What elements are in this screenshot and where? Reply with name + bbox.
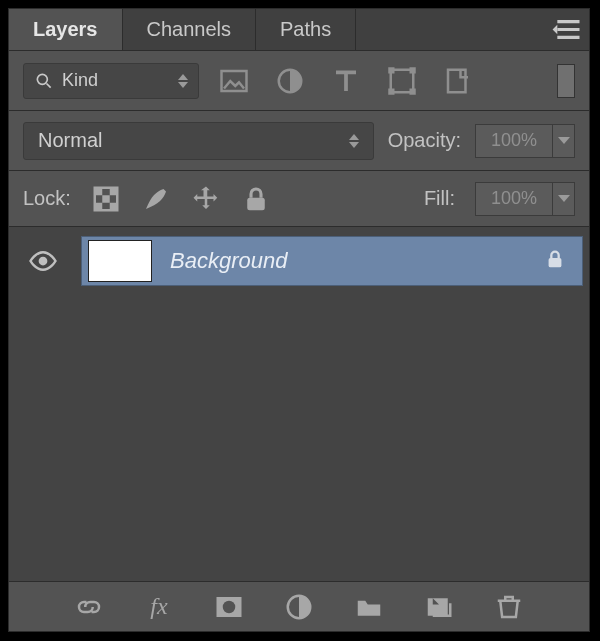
- layers-bottom-toolbar: fx: [9, 581, 589, 631]
- layer-style-button[interactable]: fx: [144, 592, 174, 622]
- color-label-filter[interactable]: [557, 64, 575, 98]
- svg-rect-15: [247, 197, 265, 210]
- svg-rect-13: [95, 202, 103, 210]
- svg-rect-12: [102, 195, 110, 203]
- fill-slider-toggle[interactable]: [553, 182, 575, 216]
- svg-rect-7: [410, 88, 416, 94]
- svg-rect-8: [448, 69, 466, 92]
- lock-position-icon[interactable]: [191, 184, 221, 214]
- trash-icon: [494, 592, 524, 622]
- lock-all-icon[interactable]: [241, 184, 271, 214]
- layer-thumbnail[interactable]: [88, 240, 152, 282]
- blend-mode-value: Normal: [38, 129, 102, 152]
- svg-rect-21: [428, 598, 448, 616]
- smart-filter-icon[interactable]: [443, 66, 473, 96]
- filter-kind-label: Kind: [62, 70, 98, 91]
- layers-panel: Layers Channels Paths Kind: [8, 8, 590, 632]
- fill-input[interactable]: 100%: [475, 182, 553, 216]
- panel-menu-button[interactable]: [551, 9, 589, 50]
- tab-label: Paths: [280, 18, 331, 41]
- dropdown-caret-icon: [178, 74, 188, 88]
- filter-kind-dropdown[interactable]: Kind: [23, 63, 199, 99]
- fx-icon: fx: [150, 593, 167, 620]
- filter-type-icons: [219, 66, 473, 96]
- new-layer-button[interactable]: [424, 592, 454, 622]
- lock-icon: [544, 248, 566, 270]
- add-adjustment-button[interactable]: [284, 592, 314, 622]
- svg-point-0: [37, 74, 47, 84]
- svg-rect-5: [410, 67, 416, 73]
- tab-layers[interactable]: Layers: [9, 9, 123, 50]
- link-layers-button[interactable]: [74, 592, 104, 622]
- adjustment-filter-icon[interactable]: [275, 66, 305, 96]
- dropdown-caret-icon: [349, 134, 359, 148]
- svg-point-19: [223, 600, 236, 613]
- lock-transparency-icon[interactable]: [91, 184, 121, 214]
- panel-tabbar: Layers Channels Paths: [9, 9, 589, 51]
- new-layer-icon: [424, 592, 454, 622]
- tab-paths[interactable]: Paths: [256, 9, 356, 50]
- svg-rect-14: [110, 202, 118, 210]
- blend-row: Normal Opacity: 100%: [9, 111, 589, 171]
- type-filter-icon[interactable]: [331, 66, 361, 96]
- layer-name[interactable]: Background: [170, 248, 526, 274]
- layers-list[interactable]: Background: [9, 227, 589, 581]
- group-icon: [354, 592, 384, 622]
- new-group-button[interactable]: [354, 592, 384, 622]
- tab-spacer: [356, 9, 551, 50]
- svg-rect-6: [388, 88, 394, 94]
- lock-row: Lock: Fill: 100%: [9, 171, 589, 227]
- lock-pixels-icon[interactable]: [141, 184, 171, 214]
- mask-icon: [214, 592, 244, 622]
- opacity-input[interactable]: 100%: [475, 124, 553, 158]
- shape-filter-icon[interactable]: [387, 66, 417, 96]
- opacity-value: 100%: [491, 130, 537, 151]
- fill-label: Fill:: [424, 187, 455, 210]
- chevron-down-icon: [558, 137, 570, 144]
- panel-menu-icon: [551, 9, 589, 50]
- svg-rect-17: [549, 258, 562, 267]
- blend-mode-dropdown[interactable]: Normal: [23, 122, 374, 160]
- chevron-down-icon: [558, 195, 570, 202]
- adjustment-icon: [284, 592, 314, 622]
- layer-row[interactable]: Background: [9, 233, 589, 289]
- tab-label: Channels: [147, 18, 232, 41]
- layer-body[interactable]: Background: [81, 236, 583, 286]
- svg-point-16: [39, 257, 48, 266]
- add-mask-button[interactable]: [214, 592, 244, 622]
- eye-icon: [28, 246, 58, 276]
- lock-label: Lock:: [23, 187, 71, 210]
- layer-lock-indicator[interactable]: [544, 248, 566, 274]
- tab-label: Layers: [33, 18, 98, 41]
- svg-rect-10: [95, 187, 103, 195]
- delete-layer-button[interactable]: [494, 592, 524, 622]
- opacity-slider-toggle[interactable]: [553, 124, 575, 158]
- filter-row: Kind: [9, 51, 589, 111]
- svg-rect-11: [110, 187, 118, 195]
- opacity-label: Opacity:: [388, 129, 461, 152]
- layer-visibility-toggle[interactable]: [15, 246, 71, 276]
- fill-value: 100%: [491, 188, 537, 209]
- tab-channels[interactable]: Channels: [123, 9, 257, 50]
- svg-rect-4: [388, 67, 394, 73]
- lock-icons: [91, 184, 271, 214]
- search-icon: [34, 71, 54, 91]
- link-icon: [74, 592, 104, 622]
- image-filter-icon[interactable]: [219, 66, 249, 96]
